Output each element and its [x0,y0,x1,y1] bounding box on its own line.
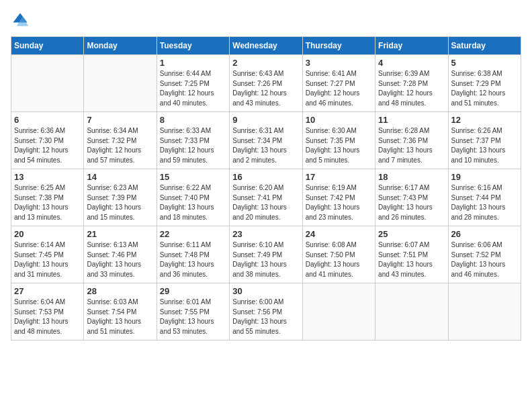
day-number: 5 [451,58,518,68]
day-info: Sunrise: 6:04 AM Sunset: 7:53 PM Dayligh… [14,298,81,336]
day-info: Sunrise: 6:06 AM Sunset: 7:52 PM Dayligh… [451,240,518,279]
calendar-cell: 20Sunrise: 6:14 AM Sunset: 7:45 PM Dayli… [11,226,84,283]
calendar-week-row: 6Sunrise: 6:36 AM Sunset: 7:30 PM Daylig… [11,112,521,169]
day-number: 7 [87,115,153,125]
day-info: Sunrise: 6:26 AM Sunset: 7:37 PM Dayligh… [451,126,518,165]
day-number: 4 [378,58,445,68]
day-info: Sunrise: 6:10 AM Sunset: 7:49 PM Dayligh… [232,240,299,279]
calendar-cell [448,283,521,340]
calendar-week-row: 1Sunrise: 6:44 AM Sunset: 7:25 PM Daylig… [11,55,521,112]
weekday-header-thursday: Thursday [302,37,375,55]
day-number: 27 [14,286,81,296]
logo-icon [11,11,30,30]
calendar-cell [302,283,375,340]
day-number: 22 [160,229,226,239]
day-number: 17 [306,172,372,182]
day-number: 18 [378,172,445,182]
calendar-cell: 16Sunrise: 6:20 AM Sunset: 7:41 PM Dayli… [230,169,302,226]
calendar-week-row: 20Sunrise: 6:14 AM Sunset: 7:45 PM Dayli… [11,226,521,283]
day-number: 12 [451,115,518,125]
day-info: Sunrise: 6:00 AM Sunset: 7:56 PM Dayligh… [232,298,299,336]
day-info: Sunrise: 6:30 AM Sunset: 7:35 PM Dayligh… [306,126,372,165]
calendar-cell: 14Sunrise: 6:23 AM Sunset: 7:39 PM Dayli… [84,169,157,226]
calendar-cell: 11Sunrise: 6:28 AM Sunset: 7:36 PM Dayli… [375,112,448,169]
day-number: 1 [160,58,226,68]
calendar-cell: 29Sunrise: 6:01 AM Sunset: 7:55 PM Dayli… [157,283,229,340]
calendar-cell: 28Sunrise: 6:03 AM Sunset: 7:54 PM Dayli… [84,283,157,340]
calendar-cell [84,55,157,112]
weekday-header-tuesday: Tuesday [157,37,229,55]
day-info: Sunrise: 6:19 AM Sunset: 7:42 PM Dayligh… [306,183,372,222]
calendar-cell: 5Sunrise: 6:38 AM Sunset: 7:29 PM Daylig… [448,55,521,112]
day-info: Sunrise: 6:43 AM Sunset: 7:26 PM Dayligh… [232,69,299,108]
calendar-cell: 18Sunrise: 6:17 AM Sunset: 7:43 PM Dayli… [375,169,448,226]
calendar-cell: 27Sunrise: 6:04 AM Sunset: 7:53 PM Dayli… [11,283,84,340]
calendar-cell: 7Sunrise: 6:34 AM Sunset: 7:32 PM Daylig… [84,112,157,169]
day-number: 19 [451,172,518,182]
calendar-cell: 24Sunrise: 6:08 AM Sunset: 7:50 PM Dayli… [302,226,375,283]
weekday-header-monday: Monday [84,37,157,55]
day-info: Sunrise: 6:25 AM Sunset: 7:38 PM Dayligh… [14,183,81,222]
page-header [11,11,521,30]
day-number: 3 [306,58,372,68]
weekday-header-wednesday: Wednesday [230,37,302,55]
day-info: Sunrise: 6:16 AM Sunset: 7:44 PM Dayligh… [451,183,518,222]
calendar-cell: 4Sunrise: 6:39 AM Sunset: 7:28 PM Daylig… [375,55,448,112]
calendar-cell: 21Sunrise: 6:13 AM Sunset: 7:46 PM Dayli… [84,226,157,283]
day-info: Sunrise: 6:22 AM Sunset: 7:40 PM Dayligh… [160,183,226,222]
day-info: Sunrise: 6:14 AM Sunset: 7:45 PM Dayligh… [14,240,81,279]
calendar-cell: 2Sunrise: 6:43 AM Sunset: 7:26 PM Daylig… [230,55,302,112]
calendar-header: SundayMondayTuesdayWednesdayThursdayFrid… [11,37,521,55]
day-number: 21 [87,229,153,239]
day-number: 24 [306,229,372,239]
calendar-week-row: 13Sunrise: 6:25 AM Sunset: 7:38 PM Dayli… [11,169,521,226]
day-info: Sunrise: 6:38 AM Sunset: 7:29 PM Dayligh… [451,69,518,108]
calendar-cell: 12Sunrise: 6:26 AM Sunset: 7:37 PM Dayli… [448,112,521,169]
calendar-cell: 3Sunrise: 6:41 AM Sunset: 7:27 PM Daylig… [302,55,375,112]
day-number: 25 [378,229,445,239]
day-info: Sunrise: 6:23 AM Sunset: 7:39 PM Dayligh… [87,183,153,222]
calendar-cell: 22Sunrise: 6:11 AM Sunset: 7:48 PM Dayli… [157,226,229,283]
day-number: 26 [451,229,518,239]
calendar-cell: 8Sunrise: 6:33 AM Sunset: 7:33 PM Daylig… [157,112,229,169]
day-info: Sunrise: 6:39 AM Sunset: 7:28 PM Dayligh… [378,69,445,108]
day-number: 14 [87,172,153,182]
day-info: Sunrise: 6:17 AM Sunset: 7:43 PM Dayligh… [378,183,445,222]
calendar-cell: 19Sunrise: 6:16 AM Sunset: 7:44 PM Dayli… [448,169,521,226]
day-number: 8 [160,115,226,125]
day-info: Sunrise: 6:03 AM Sunset: 7:54 PM Dayligh… [87,298,153,336]
day-number: 23 [232,229,299,239]
calendar-cell: 6Sunrise: 6:36 AM Sunset: 7:30 PM Daylig… [11,112,84,169]
day-info: Sunrise: 6:31 AM Sunset: 7:34 PM Dayligh… [232,126,299,165]
day-info: Sunrise: 6:28 AM Sunset: 7:36 PM Dayligh… [378,126,445,165]
day-info: Sunrise: 6:08 AM Sunset: 7:50 PM Dayligh… [306,240,372,279]
day-number: 2 [232,58,299,68]
day-info: Sunrise: 6:36 AM Sunset: 7:30 PM Dayligh… [14,126,81,165]
weekday-header-friday: Friday [375,37,448,55]
day-number: 10 [306,115,372,125]
calendar-cell: 17Sunrise: 6:19 AM Sunset: 7:42 PM Dayli… [302,169,375,226]
day-info: Sunrise: 6:11 AM Sunset: 7:48 PM Dayligh… [160,240,226,279]
calendar-table: SundayMondayTuesdayWednesdayThursdayFrid… [11,36,521,340]
day-number: 29 [160,286,226,296]
day-number: 16 [232,172,299,182]
calendar-cell: 30Sunrise: 6:00 AM Sunset: 7:56 PM Dayli… [230,283,302,340]
logo [11,11,31,30]
calendar-cell: 9Sunrise: 6:31 AM Sunset: 7:34 PM Daylig… [230,112,302,169]
calendar-cell: 1Sunrise: 6:44 AM Sunset: 7:25 PM Daylig… [157,55,229,112]
day-info: Sunrise: 6:13 AM Sunset: 7:46 PM Dayligh… [87,240,153,279]
calendar-cell [11,55,84,112]
calendar-cell: 13Sunrise: 6:25 AM Sunset: 7:38 PM Dayli… [11,169,84,226]
day-number: 20 [14,229,81,239]
calendar-cell: 25Sunrise: 6:07 AM Sunset: 7:51 PM Dayli… [375,226,448,283]
calendar-cell [375,283,448,340]
day-info: Sunrise: 6:34 AM Sunset: 7:32 PM Dayligh… [87,126,153,165]
calendar-cell: 15Sunrise: 6:22 AM Sunset: 7:40 PM Dayli… [157,169,229,226]
calendar-cell: 10Sunrise: 6:30 AM Sunset: 7:35 PM Dayli… [302,112,375,169]
day-info: Sunrise: 6:07 AM Sunset: 7:51 PM Dayligh… [378,240,445,279]
weekday-header-saturday: Saturday [448,37,521,55]
day-number: 28 [87,286,153,296]
day-info: Sunrise: 6:33 AM Sunset: 7:33 PM Dayligh… [160,126,226,165]
day-number: 6 [14,115,81,125]
day-number: 9 [232,115,299,125]
